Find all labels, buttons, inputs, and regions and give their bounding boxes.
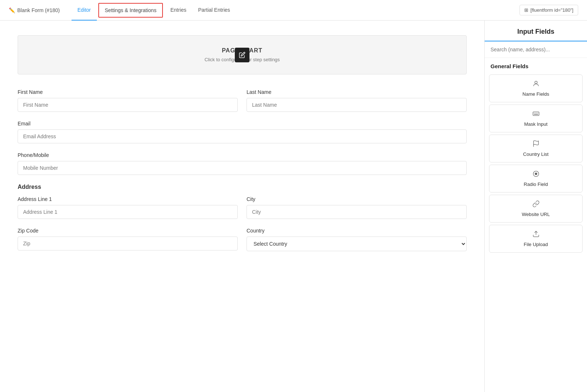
person-icon (532, 80, 540, 89)
tab-partial-entries[interactable]: Partial Entries (192, 0, 236, 21)
link-icon (532, 200, 540, 209)
address-line1-input[interactable] (18, 205, 238, 219)
zip-label: Zip Code (18, 228, 238, 234)
email-label: Email (18, 121, 467, 127)
sidebar-item-name-fields[interactable]: Name Fields (489, 74, 583, 102)
sidebar-item-label-country: Country List (523, 151, 548, 157)
sidebar-title: Input Fields (492, 28, 580, 36)
sidebar-item-file-upload[interactable]: File Upload (489, 225, 583, 253)
email-group: Email (18, 121, 467, 143)
city-group: City (247, 196, 467, 219)
main-layout: PAGE START Click to configure your step … (0, 21, 587, 392)
flag-icon (532, 140, 540, 149)
sidebar-item-label-website: Website URL (522, 212, 550, 217)
sidebar-item-country-list[interactable]: Country List (489, 135, 583, 162)
nav-tabs: Editor Settings & Integrations Entries P… (72, 0, 236, 21)
sidebar-item-label-name: Name Fields (522, 91, 549, 97)
svg-rect-1 (533, 112, 539, 116)
sidebar-header: Input Fields (485, 21, 587, 41)
tab-editor[interactable]: Editor (72, 0, 97, 21)
nav-left: ✏️ Blank Form (#180) Editor Settings & I… (9, 0, 519, 21)
sidebar-item-label-mask: Mask Input (524, 121, 548, 127)
svg-point-0 (535, 81, 537, 84)
shortcode-text: [fluentform id="180"] (531, 7, 573, 13)
address-row-1: Address Line 1 City (18, 196, 467, 219)
svg-point-9 (535, 173, 537, 175)
page-banner[interactable]: PAGE START Click to configure your step … (18, 35, 467, 74)
sidebar-item-label-radio: Radio Field (524, 182, 548, 187)
pencil-icon (239, 52, 245, 58)
zip-input[interactable] (18, 237, 238, 250)
phone-group: Phone/Mobile (18, 152, 467, 175)
shortcode-button[interactable]: ⊞ [fluentform id="180"] (519, 5, 578, 15)
country-label: Country (247, 228, 467, 234)
shortcode-icon: ⊞ (524, 7, 528, 13)
first-name-group: First Name (18, 89, 238, 112)
last-name-group: Last Name (247, 89, 467, 112)
first-name-label: First Name (18, 89, 238, 95)
country-select[interactable]: Select Country (247, 237, 467, 251)
phone-input[interactable] (18, 161, 467, 175)
sidebar-item-website-url[interactable]: Website URL (489, 195, 583, 223)
sidebar-search-area (485, 41, 587, 58)
city-input[interactable] (247, 205, 467, 219)
upload-icon (532, 230, 540, 239)
address-line1-label: Address Line 1 (18, 196, 238, 202)
sidebar-item-radio-field[interactable]: Radio Field (489, 165, 583, 193)
zip-group: Zip Code (18, 228, 238, 251)
phone-label: Phone/Mobile (18, 152, 467, 158)
address-section-title: Address (18, 184, 467, 190)
sidebar-search-input[interactable] (491, 47, 581, 52)
form-title-area: ✏️ Blank Form (#180) (9, 7, 60, 13)
tab-settings[interactable]: Settings & Integrations (98, 3, 163, 18)
last-name-input[interactable] (247, 98, 467, 112)
pencil-overlay (235, 48, 249, 62)
radio-icon (532, 170, 540, 179)
address-row-2: Zip Code Country Select Country (18, 228, 467, 251)
form-icon: ✏️ (9, 7, 15, 13)
sidebar: Input Fields General Fields Name Fields (484, 21, 587, 392)
city-label: City (247, 196, 467, 202)
first-name-input[interactable] (18, 98, 238, 112)
sidebar-general-section: General Fields (485, 58, 587, 72)
name-row: First Name Last Name (18, 89, 467, 112)
keyboard-icon (532, 110, 540, 119)
country-group: Country Select Country (247, 228, 467, 251)
sidebar-item-mask-input[interactable]: Mask Input (489, 105, 583, 132)
form-title-text: Blank Form (#180) (17, 7, 60, 13)
address-line1-group: Address Line 1 (18, 196, 238, 219)
last-name-label: Last Name (247, 89, 467, 95)
sidebar-item-label-upload: File Upload (524, 242, 548, 247)
form-area: PAGE START Click to configure your step … (0, 21, 484, 392)
tab-entries[interactable]: Entries (164, 0, 192, 21)
top-navigation: ✏️ Blank Form (#180) Editor Settings & I… (0, 0, 587, 21)
email-input[interactable] (18, 129, 467, 143)
